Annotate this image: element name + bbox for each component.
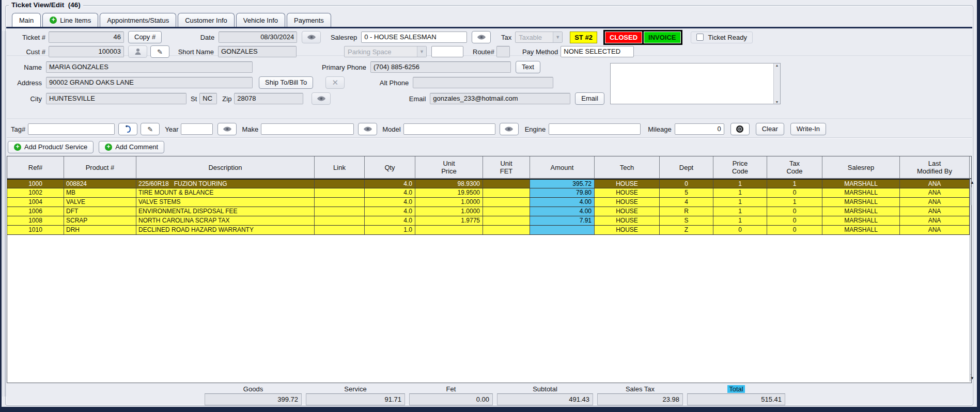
tab-appointments-status[interactable]: Appointments/Status: [100, 13, 176, 27]
cell-tech: HOUSE: [595, 198, 660, 207]
scroll-up-icon[interactable]: ▲: [970, 179, 971, 186]
name-field[interactable]: MARIA GONZALES: [46, 61, 253, 73]
write-in-button[interactable]: Write-In: [790, 123, 826, 135]
column-header-unit-fet: Unit FET: [483, 156, 530, 178]
total-total: Total515.41: [687, 385, 785, 406]
total-subtotal: Subtotal491.43: [497, 385, 593, 406]
route-field[interactable]: [496, 46, 510, 57]
tab-underline: [6, 27, 972, 28]
tab-label: Main: [19, 17, 34, 24]
pay-method-field[interactable]: NONE SELECTED: [561, 46, 634, 57]
date-field[interactable]: 08/30/2024: [219, 31, 297, 43]
tab-vehicle-info[interactable]: Vehicle Info: [236, 13, 285, 27]
table-row[interactable]: 1002MBTIRE MOUNT & BALANCE4.019.950079.8…: [7, 188, 970, 198]
cell-dept: R: [660, 207, 713, 216]
scroll-down-icon[interactable]: ▼: [970, 374, 971, 382]
salesrep-lookup-button[interactable]: [472, 31, 491, 43]
note-textarea[interactable]: ▲ ▼: [610, 63, 781, 104]
ticket-number-field[interactable]: 46: [49, 31, 124, 43]
primary-phone-field[interactable]: (704) 885-6256: [370, 61, 511, 73]
total-label-service: Service: [306, 385, 405, 393]
parking-space-input[interactable]: [431, 46, 463, 57]
column-header-ref: Ref#: [7, 156, 64, 178]
column-header-link: Link: [315, 156, 365, 178]
model-lookup-button[interactable]: [500, 123, 519, 135]
zip-field[interactable]: 28078: [234, 93, 303, 104]
cell-amount: 395.72: [530, 180, 595, 188]
edit-vehicle-button[interactable]: ✎: [141, 123, 160, 135]
plus-icon: +: [50, 17, 57, 24]
year-lookup-button[interactable]: [217, 123, 237, 135]
table-scrollbar[interactable]: ▲ ▼: [970, 179, 971, 382]
mileage-field[interactable]: 0: [675, 123, 724, 135]
ticket-number-label: Ticket #: [16, 34, 45, 41]
scroll-down-icon[interactable]: ▼: [775, 100, 779, 104]
table-row[interactable]: 1008SCRAPNORTH CAROLINA SCRAP TAX4.01.97…: [7, 216, 970, 226]
splitter-grip[interactable]: [3, 31, 7, 397]
state-field[interactable]: NC: [199, 93, 217, 104]
clear-ship-to-button[interactable]: ✕: [325, 76, 345, 89]
text-button[interactable]: Text: [516, 61, 540, 73]
ticket-ready-checkbox[interactable]: [696, 34, 704, 41]
short-name-label: Short Name: [173, 48, 214, 56]
cell-price-code: 0: [713, 226, 767, 234]
column-header-tech: Tech: [595, 156, 660, 178]
make-field[interactable]: [261, 123, 354, 135]
tag-decode-button[interactable]: [118, 123, 137, 135]
salesrep-field[interactable]: 0 - HOUSE SALESMAN: [361, 31, 467, 43]
dropdown-arrow-icon: ▼: [417, 46, 426, 57]
city-field[interactable]: HUNTESVILLE: [46, 93, 186, 104]
ticket-ready-toggle[interactable]: Ticket Ready: [691, 31, 753, 43]
email-button[interactable]: Email: [575, 92, 604, 105]
copy-number-button[interactable]: Copy #: [128, 31, 162, 43]
cust-number-field[interactable]: 100003: [49, 46, 124, 57]
column-header-unit-price: Unit Price: [415, 156, 483, 178]
email-field[interactable]: gonzales_233@hotmail.com: [430, 93, 570, 104]
totals-bar: Goods399.72Service91.71Fet0.00Subtotal49…: [7, 385, 972, 406]
cust-number-label: Cust #: [16, 48, 45, 56]
make-lookup-button[interactable]: [358, 123, 377, 135]
short-name-field[interactable]: GONZALES: [218, 46, 297, 57]
table-row[interactable]: 1006DFTENVIRONMENTAL DISPOSAL FEE4.01.00…: [7, 207, 970, 216]
column-header-price-code: Price Code: [713, 156, 767, 178]
table-row[interactable]: 1004VALVEVALVE STEMS4.01.00004.00HOUSE41…: [7, 198, 970, 207]
add-product-service-button[interactable]: + Add Product/ Service: [8, 141, 94, 153]
table-row[interactable]: 1000008824225/60R18 FUZION TOURING4.098.…: [7, 179, 970, 188]
tab-main[interactable]: Main: [12, 13, 41, 27]
tab-line-items[interactable]: +Line Items: [42, 13, 98, 27]
note-scrollbar[interactable]: ▲ ▼: [773, 64, 780, 104]
address-field[interactable]: 90002 GRAND OAKS LANE: [46, 77, 253, 88]
cell-dept: 4: [660, 198, 713, 207]
primary-phone-label: Primary Phone: [275, 64, 366, 71]
scroll-up-icon[interactable]: ▲: [775, 64, 779, 67]
tab-payments[interactable]: Payments: [287, 13, 331, 27]
cell-qty: 4.0: [365, 207, 415, 216]
clear-button[interactable]: Clear: [756, 123, 784, 135]
total-label-total: Total: [687, 385, 785, 393]
cell-tax-code: 0: [767, 207, 822, 216]
column-header-salesrep: Salesrep: [822, 156, 900, 178]
customer-profile-button[interactable]: [128, 45, 147, 58]
model-field[interactable]: [403, 123, 495, 135]
table-row[interactable]: 1010DRHDECLINED ROAD HAZARD WARRANTY1.0H…: [7, 226, 970, 235]
ship-to-bill-to-button[interactable]: Ship To/Bill To: [259, 76, 313, 89]
date-lookup-button[interactable]: [302, 31, 321, 43]
total-goods: Goods399.72: [205, 385, 302, 406]
alt-phone-field[interactable]: [413, 77, 553, 88]
tab-customer-info[interactable]: Customer Info: [178, 13, 235, 27]
add-comment-button[interactable]: + Add Comment: [99, 141, 164, 153]
closed-status-badge: CLOSED: [605, 31, 642, 43]
tax-dropdown[interactable]: Taxable ▼: [515, 31, 563, 43]
hook-icon: [125, 125, 132, 133]
parking-space-dropdown[interactable]: Parking Space ▼: [344, 46, 427, 57]
plus-icon: +: [14, 144, 21, 151]
zip-lookup-button[interactable]: [312, 92, 331, 105]
edit-customer-button[interactable]: ✎: [150, 45, 169, 58]
engine-field[interactable]: [549, 123, 641, 135]
tire-button[interactable]: [730, 123, 750, 135]
tag-field[interactable]: [28, 123, 115, 135]
scrollbar-thumb[interactable]: [971, 187, 972, 205]
total-value-service: 91.71: [306, 393, 405, 405]
year-field[interactable]: [181, 123, 213, 135]
customer-panel: Name MARIA GONZALES Primary Phone (704) …: [7, 58, 972, 119]
